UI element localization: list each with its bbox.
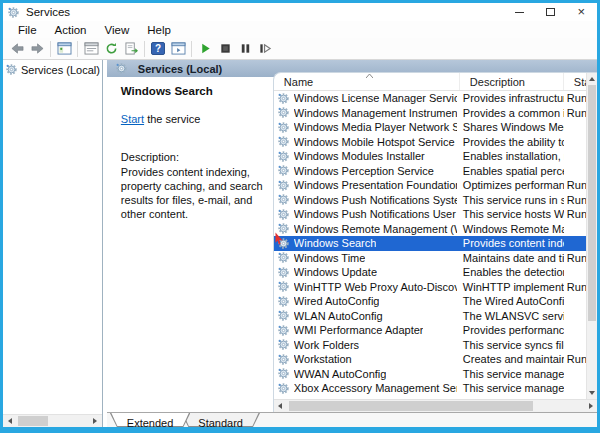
properties-icon[interactable]: [81, 40, 101, 58]
export-list-icon[interactable]: [121, 40, 141, 58]
service-gear-icon: [277, 164, 290, 177]
scroll-down-icon[interactable]: [587, 387, 597, 399]
stop-service-icon[interactable]: [215, 40, 235, 58]
table-row[interactable]: Windows Time Maintains date and ti... Ru…: [274, 251, 586, 266]
services-window: Services × File Action View Help: [0, 0, 600, 433]
table-row[interactable]: Windows Update Enables the detection, ..…: [274, 265, 586, 280]
service-gear-icon: [277, 324, 290, 337]
table-row[interactable]: Wired AutoConfig The Wired AutoConfig...…: [274, 294, 586, 309]
selected-service-name: Windows Search: [121, 85, 263, 97]
tree-item-services-local[interactable]: Services (Local): [5, 63, 100, 76]
table-row[interactable]: Windows Management Instrumentation Provi…: [274, 106, 586, 121]
scroll-left-icon[interactable]: [274, 403, 287, 409]
services-node-icon: [5, 63, 18, 76]
description-text: Provides content indexing, property cach…: [121, 165, 263, 221]
maximize-icon[interactable]: [546, 8, 555, 16]
description-label: Description:: [121, 151, 263, 163]
tab-standard[interactable]: Standard: [181, 413, 260, 427]
column-header-name[interactable]: Name: [274, 73, 460, 90]
tab-extended[interactable]: Extended: [110, 413, 190, 427]
sort-ascending-icon: [366, 74, 373, 78]
restart-service-icon[interactable]: [255, 40, 275, 58]
tree-horizontal-scrollbar[interactable]: [3, 414, 102, 427]
services-list: Windows License Manager Service Provides…: [274, 91, 597, 399]
service-gear-icon: [277, 193, 290, 206]
toolbar: ?: [3, 38, 597, 60]
table-row[interactable]: Windows Remote Management (WS-... Window…: [274, 222, 586, 237]
service-gear-icon: [277, 179, 290, 192]
service-gear-icon: [277, 280, 290, 293]
menu-help[interactable]: Help: [138, 24, 180, 36]
menu-bar: File Action View Help: [3, 21, 597, 38]
menu-action[interactable]: Action: [46, 24, 96, 36]
svg-text:?: ?: [155, 43, 161, 54]
tree-item-label: Services (Local): [21, 64, 100, 76]
scroll-right-icon[interactable]: [584, 403, 597, 409]
table-row[interactable]: WMI Performance Adapter Provides perform…: [274, 323, 586, 338]
table-row[interactable]: Windows Media Player Network Shari... Sh…: [274, 120, 586, 135]
service-gear-icon: [277, 309, 290, 322]
show-action-pane-icon[interactable]: [168, 40, 188, 58]
service-gear-icon: [277, 150, 290, 163]
close-icon[interactable]: ×: [577, 7, 585, 17]
table-header: Name Description Status St: [274, 73, 597, 91]
service-gear-icon: [277, 382, 290, 395]
banner-gear-icon: [115, 62, 128, 75]
minimize-icon[interactable]: [515, 12, 524, 13]
table-row[interactable]: Xbox Accessory Management Service This s…: [274, 381, 586, 396]
service-gear-icon: [277, 367, 290, 380]
service-gear-icon: [277, 251, 290, 264]
back-icon[interactable]: [7, 40, 27, 58]
table-row[interactable]: Windows Mobile Hotspot Service Provides …: [274, 135, 586, 150]
extended-info-panel: Windows Search Start the service Descrip…: [107, 77, 273, 412]
table-row[interactable]: Windows Perception Service Enables spati…: [274, 164, 586, 179]
table-row[interactable]: WLAN AutoConfig The WLANSVC service ... …: [274, 309, 586, 324]
services-table: Name Description Status St Windows Licen…: [273, 72, 597, 412]
table-row[interactable]: Work Folders This service syncs files ..…: [274, 338, 586, 353]
help-icon[interactable]: ?: [148, 40, 168, 58]
title-bar: Services ×: [3, 3, 597, 21]
service-gear-icon: [277, 353, 290, 366]
results-pane: Services (Local) Windows Search Start th…: [107, 60, 597, 427]
menu-file[interactable]: File: [9, 24, 46, 36]
table-row[interactable]: WWAN AutoConfig This service manages ...…: [274, 367, 586, 382]
service-gear-icon: [277, 338, 290, 351]
red-pointer-annotation: [275, 232, 285, 245]
table-row[interactable]: Windows Push Notifications System S... T…: [274, 193, 586, 208]
start-service-line: Start the service: [121, 113, 263, 125]
table-row[interactable]: Workstation Creates and maintains ... Ru…: [274, 352, 586, 367]
scroll-left-icon[interactable]: [3, 418, 16, 424]
table-row[interactable]: Windows Modules Installer Enables instal…: [274, 149, 586, 164]
column-header-description[interactable]: Description: [460, 73, 564, 90]
start-service-link[interactable]: Start: [121, 113, 144, 125]
menu-view[interactable]: View: [96, 24, 139, 36]
forward-icon[interactable]: [27, 40, 47, 58]
service-gear-icon: [277, 135, 290, 148]
table-row[interactable]: WinHTTP Web Proxy Auto-Discovery ... Win…: [274, 280, 586, 295]
table-row[interactable]: Windows Push Notifications User Servi...…: [274, 207, 586, 222]
table-horizontal-scrollbar[interactable]: [274, 399, 597, 412]
table-row[interactable]: Windows License Manager Service Provides…: [274, 91, 586, 106]
banner-title: Services (Local): [138, 63, 222, 75]
refresh-icon[interactable]: [101, 40, 121, 58]
view-tabs: Extended Standard: [107, 412, 597, 427]
table-vertical-scrollbar[interactable]: [586, 73, 597, 399]
service-gear-icon: [277, 208, 290, 221]
pause-service-icon[interactable]: [235, 40, 255, 58]
show-console-tree-icon[interactable]: [54, 40, 74, 58]
service-gear-icon: [277, 266, 290, 279]
services-app-icon: [7, 6, 20, 19]
scroll-up-icon[interactable]: [587, 73, 597, 85]
table-row[interactable]: Windows Presentation Foundation Fo... Op…: [274, 178, 586, 193]
start-service-icon[interactable]: [195, 40, 215, 58]
service-gear-icon: [277, 295, 290, 308]
window-title: Services: [26, 6, 515, 18]
start-line-rest: the service: [144, 113, 200, 125]
console-tree-pane: Services (Local): [3, 60, 103, 427]
table-row[interactable]: Windows Search Provides content index...…: [274, 236, 586, 251]
service-gear-icon: [277, 92, 290, 105]
service-gear-icon: [277, 106, 290, 119]
service-gear-icon: [277, 121, 290, 134]
scroll-right-icon[interactable]: [89, 418, 102, 424]
main-area: Services (Local) Services (Local) Window…: [3, 60, 597, 427]
